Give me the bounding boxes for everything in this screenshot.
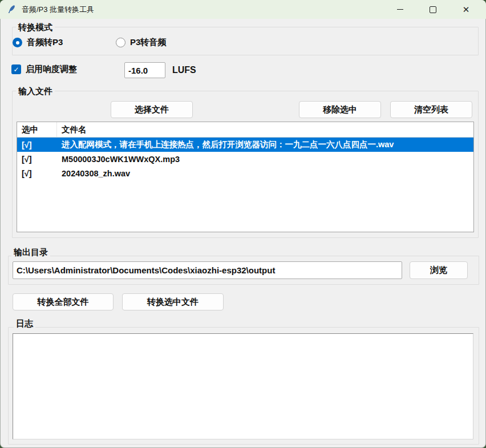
clear-list-button[interactable]: 清空列表	[390, 101, 472, 118]
mode-groupbox	[12, 27, 479, 55]
title-bar: 音频/P3 批量转换工具 ✕	[0, 0, 486, 19]
minimize-icon	[397, 9, 403, 10]
close-icon: ✕	[463, 5, 470, 14]
lufs-unit-label: LUFS	[172, 65, 196, 75]
radio-p3-to-audio[interactable]: P3转音频	[116, 37, 166, 48]
row-filename-cell: M500003J0cWK1WWxQX.mp3	[57, 155, 473, 164]
python-feather-icon	[7, 5, 17, 14]
window-controls: ✕	[383, 0, 483, 19]
app-window: 音频/P3 批量转换工具 ✕ 转换模式 音频转P3 P3转音频 ✓ 启用响度调整…	[0, 0, 486, 448]
row-filename-cell: 20240308_zh.wav	[57, 169, 473, 178]
table-row[interactable]: [√] M500003J0cWK1WWxQX.mp3	[17, 152, 473, 166]
mode-group-label: 转换模式	[16, 22, 55, 32]
radio-audio-to-p3-label: 音频转P3	[27, 37, 63, 48]
maximize-button[interactable]	[416, 0, 449, 19]
convert-selected-button[interactable]: 转换选中文件	[122, 293, 224, 310]
file-table-header: 选中 文件名	[17, 122, 473, 138]
row-checked-cell: [√]	[17, 155, 57, 164]
remove-selected-button[interactable]: 移除选中	[299, 101, 381, 118]
radio-selected-icon	[13, 38, 22, 47]
radio-audio-to-p3[interactable]: 音频转P3	[13, 37, 63, 48]
file-table: 选中 文件名 [√] 进入配网模式，请在手机上连接热点，然后打开浏览器访问：一九…	[17, 122, 474, 232]
loudness-checkbox[interactable]: ✓	[11, 64, 21, 74]
radio-unselected-icon	[116, 38, 125, 47]
output-dir-group-label: 输出目录	[11, 247, 50, 257]
log-textarea[interactable]	[13, 333, 473, 439]
column-header-checked[interactable]: 选中	[17, 122, 57, 137]
lufs-value-input[interactable]	[124, 62, 165, 78]
close-button[interactable]: ✕	[449, 0, 483, 19]
table-row[interactable]: [√] 20240308_zh.wav	[17, 166, 473, 180]
minimize-button[interactable]	[383, 0, 416, 19]
table-row[interactable]: [√] 进入配网模式，请在手机上连接热点，然后打开浏览器访问：一九二点一六八点四…	[17, 138, 473, 152]
loudness-checkbox-row: ✓ 启用响度调整	[11, 64, 77, 75]
select-files-button[interactable]: 选择文件	[111, 101, 193, 118]
row-filename-cell: 进入配网模式，请在手机上连接热点，然后打开浏览器访问：一九二点一六八点四点一.w…	[57, 139, 473, 150]
loudness-checkbox-label: 启用响度调整	[26, 64, 77, 75]
browse-button[interactable]: 浏览	[410, 261, 468, 279]
log-group-label: 日志	[14, 318, 35, 328]
row-checked-cell: [√]	[17, 169, 57, 178]
convert-all-button[interactable]: 转换全部文件	[13, 293, 114, 310]
window-title: 音频/P3 批量转换工具	[22, 5, 94, 15]
radio-p3-to-audio-label: P3转音频	[130, 37, 166, 48]
row-checked-cell: [√]	[17, 140, 57, 150]
check-icon: ✓	[13, 66, 19, 73]
column-header-filename[interactable]: 文件名	[57, 122, 473, 137]
input-files-group-label: 输入文件	[16, 86, 55, 96]
maximize-icon	[430, 6, 436, 13]
output-dir-input[interactable]	[13, 261, 402, 279]
